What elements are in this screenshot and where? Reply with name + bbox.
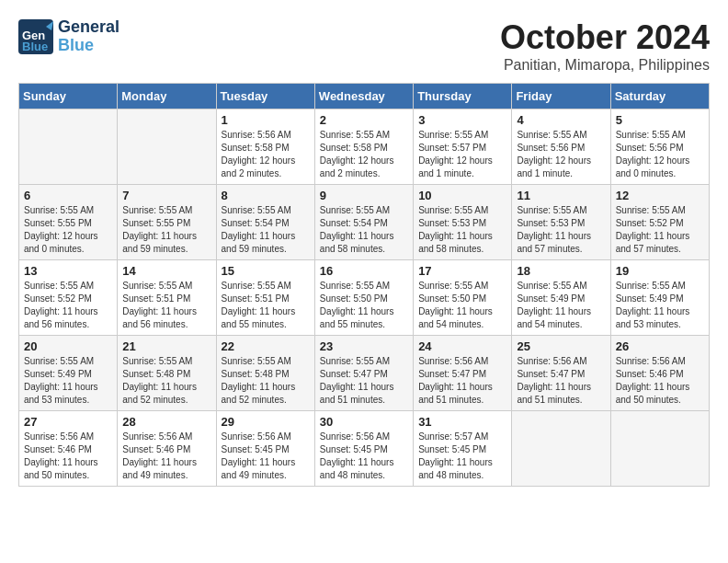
day-header-saturday: Saturday bbox=[610, 84, 709, 109]
calendar-cell: 4Sunrise: 5:55 AM Sunset: 5:56 PM Daylig… bbox=[512, 109, 610, 185]
day-info: Sunrise: 5:55 AM Sunset: 5:50 PM Dayligh… bbox=[418, 280, 506, 331]
calendar-cell bbox=[118, 109, 216, 185]
svg-text:Blue: Blue bbox=[22, 40, 48, 53]
calendar-cell: 28Sunrise: 5:56 AM Sunset: 5:46 PM Dayli… bbox=[118, 411, 216, 487]
day-info: Sunrise: 5:55 AM Sunset: 5:51 PM Dayligh… bbox=[122, 280, 210, 331]
calendar-cell bbox=[19, 109, 118, 185]
day-number: 14 bbox=[122, 264, 210, 278]
calendar-cell: 22Sunrise: 5:55 AM Sunset: 5:48 PM Dayli… bbox=[216, 336, 314, 411]
day-header-monday: Monday bbox=[118, 84, 216, 109]
calendar-cell: 13Sunrise: 5:55 AM Sunset: 5:52 PM Dayli… bbox=[19, 260, 118, 336]
calendar-cell: 21Sunrise: 5:55 AM Sunset: 5:48 PM Dayli… bbox=[118, 336, 216, 411]
day-number: 23 bbox=[320, 339, 408, 353]
calendar-header-row: SundayMondayTuesdayWednesdayThursdayFrid… bbox=[19, 84, 710, 109]
day-info: Sunrise: 5:55 AM Sunset: 5:49 PM Dayligh… bbox=[616, 280, 704, 331]
logo-text: General Blue bbox=[58, 18, 119, 55]
calendar-cell: 20Sunrise: 5:55 AM Sunset: 5:49 PM Dayli… bbox=[19, 336, 118, 411]
day-header-friday: Friday bbox=[512, 84, 610, 109]
day-number: 29 bbox=[222, 415, 310, 429]
calendar-cell: 2Sunrise: 5:55 AM Sunset: 5:58 PM Daylig… bbox=[314, 109, 413, 185]
day-number: 15 bbox=[222, 264, 310, 278]
calendar-cell: 31Sunrise: 5:57 AM Sunset: 5:45 PM Dayli… bbox=[414, 411, 512, 487]
calendar-cell: 25Sunrise: 5:56 AM Sunset: 5:47 PM Dayli… bbox=[512, 336, 610, 411]
day-number: 6 bbox=[24, 189, 112, 202]
calendar-week-0: 1Sunrise: 5:56 AM Sunset: 5:58 PM Daylig… bbox=[19, 109, 710, 185]
day-info: Sunrise: 5:55 AM Sunset: 5:54 PM Dayligh… bbox=[320, 204, 408, 256]
calendar-cell: 1Sunrise: 5:56 AM Sunset: 5:58 PM Daylig… bbox=[216, 109, 314, 185]
day-info: Sunrise: 5:55 AM Sunset: 5:48 PM Dayligh… bbox=[222, 355, 310, 407]
calendar-cell: 9Sunrise: 5:55 AM Sunset: 5:54 PM Daylig… bbox=[314, 185, 413, 260]
day-info: Sunrise: 5:55 AM Sunset: 5:53 PM Dayligh… bbox=[418, 204, 506, 256]
calendar-cell: 30Sunrise: 5:56 AM Sunset: 5:45 PM Dayli… bbox=[314, 411, 413, 487]
day-header-wednesday: Wednesday bbox=[314, 84, 413, 109]
day-header-thursday: Thursday bbox=[414, 84, 512, 109]
calendar-cell: 24Sunrise: 5:56 AM Sunset: 5:47 PM Dayli… bbox=[414, 336, 512, 411]
calendar-week-2: 13Sunrise: 5:55 AM Sunset: 5:52 PM Dayli… bbox=[19, 260, 710, 336]
day-info: Sunrise: 5:55 AM Sunset: 5:58 PM Dayligh… bbox=[320, 129, 408, 180]
day-info: Sunrise: 5:55 AM Sunset: 5:56 PM Dayligh… bbox=[517, 129, 605, 180]
calendar-cell: 7Sunrise: 5:55 AM Sunset: 5:55 PM Daylig… bbox=[118, 185, 216, 260]
day-number: 17 bbox=[418, 264, 506, 278]
day-info: Sunrise: 5:55 AM Sunset: 5:55 PM Dayligh… bbox=[122, 204, 210, 256]
calendar-cell: 10Sunrise: 5:55 AM Sunset: 5:53 PM Dayli… bbox=[414, 185, 512, 260]
day-info: Sunrise: 5:55 AM Sunset: 5:56 PM Dayligh… bbox=[616, 129, 704, 180]
day-info: Sunrise: 5:56 AM Sunset: 5:47 PM Dayligh… bbox=[418, 355, 506, 407]
day-info: Sunrise: 5:56 AM Sunset: 5:47 PM Dayligh… bbox=[517, 355, 605, 407]
calendar-cell: 12Sunrise: 5:55 AM Sunset: 5:52 PM Dayli… bbox=[610, 185, 709, 260]
day-number: 11 bbox=[517, 189, 605, 202]
day-info: Sunrise: 5:55 AM Sunset: 5:47 PM Dayligh… bbox=[320, 355, 408, 407]
day-number: 12 bbox=[616, 189, 704, 202]
day-info: Sunrise: 5:56 AM Sunset: 5:46 PM Dayligh… bbox=[616, 355, 704, 407]
calendar-cell bbox=[512, 411, 610, 487]
calendar-cell bbox=[610, 411, 709, 487]
day-info: Sunrise: 5:55 AM Sunset: 5:49 PM Dayligh… bbox=[517, 280, 605, 331]
day-number: 22 bbox=[222, 339, 310, 353]
day-info: Sunrise: 5:55 AM Sunset: 5:49 PM Dayligh… bbox=[24, 355, 112, 407]
day-number: 19 bbox=[616, 264, 704, 278]
day-number: 31 bbox=[418, 415, 506, 429]
calendar-cell: 27Sunrise: 5:56 AM Sunset: 5:46 PM Dayli… bbox=[19, 411, 118, 487]
logo-general: General bbox=[58, 18, 119, 37]
calendar-cell: 11Sunrise: 5:55 AM Sunset: 5:53 PM Dayli… bbox=[512, 185, 610, 260]
calendar-week-1: 6Sunrise: 5:55 AM Sunset: 5:55 PM Daylig… bbox=[19, 185, 710, 260]
calendar-week-4: 27Sunrise: 5:56 AM Sunset: 5:46 PM Dayli… bbox=[19, 411, 710, 487]
day-number: 3 bbox=[418, 113, 506, 127]
month-title: October 2024 bbox=[500, 18, 710, 57]
day-number: 24 bbox=[418, 339, 506, 353]
calendar-cell: 26Sunrise: 5:56 AM Sunset: 5:46 PM Dayli… bbox=[610, 336, 709, 411]
day-info: Sunrise: 5:56 AM Sunset: 5:45 PM Dayligh… bbox=[320, 431, 408, 482]
calendar-cell: 17Sunrise: 5:55 AM Sunset: 5:50 PM Dayli… bbox=[414, 260, 512, 336]
calendar-cell: 14Sunrise: 5:55 AM Sunset: 5:51 PM Dayli… bbox=[118, 260, 216, 336]
calendar-cell: 3Sunrise: 5:55 AM Sunset: 5:57 PM Daylig… bbox=[414, 109, 512, 185]
day-number: 9 bbox=[320, 189, 408, 202]
day-number: 20 bbox=[24, 339, 112, 353]
day-info: Sunrise: 5:55 AM Sunset: 5:53 PM Dayligh… bbox=[517, 204, 605, 256]
page-header: Gen Blue General Blue October 2024 Panit… bbox=[18, 18, 710, 74]
title-section: October 2024 Panitian, Mimaropa, Philipp… bbox=[500, 18, 710, 74]
day-header-tuesday: Tuesday bbox=[216, 84, 314, 109]
day-info: Sunrise: 5:56 AM Sunset: 5:46 PM Dayligh… bbox=[24, 431, 112, 482]
day-info: Sunrise: 5:55 AM Sunset: 5:55 PM Dayligh… bbox=[24, 204, 112, 256]
calendar-cell: 18Sunrise: 5:55 AM Sunset: 5:49 PM Dayli… bbox=[512, 260, 610, 336]
day-number: 1 bbox=[222, 113, 310, 127]
day-info: Sunrise: 5:56 AM Sunset: 5:58 PM Dayligh… bbox=[222, 129, 310, 180]
day-number: 16 bbox=[320, 264, 408, 278]
day-number: 4 bbox=[517, 113, 605, 127]
day-number: 13 bbox=[24, 264, 112, 278]
calendar-cell: 16Sunrise: 5:55 AM Sunset: 5:50 PM Dayli… bbox=[314, 260, 413, 336]
day-info: Sunrise: 5:55 AM Sunset: 5:48 PM Dayligh… bbox=[122, 355, 210, 407]
day-number: 2 bbox=[320, 113, 408, 127]
logo-icon: Gen Blue bbox=[18, 19, 53, 54]
day-info: Sunrise: 5:55 AM Sunset: 5:50 PM Dayligh… bbox=[320, 280, 408, 331]
logo-blue: Blue bbox=[58, 37, 119, 55]
calendar-cell: 5Sunrise: 5:55 AM Sunset: 5:56 PM Daylig… bbox=[610, 109, 709, 185]
calendar-cell: 29Sunrise: 5:56 AM Sunset: 5:45 PM Dayli… bbox=[216, 411, 314, 487]
day-info: Sunrise: 5:55 AM Sunset: 5:52 PM Dayligh… bbox=[616, 204, 704, 256]
day-number: 30 bbox=[320, 415, 408, 429]
calendar-cell: 8Sunrise: 5:55 AM Sunset: 5:54 PM Daylig… bbox=[216, 185, 314, 260]
day-number: 25 bbox=[517, 339, 605, 353]
day-number: 27 bbox=[24, 415, 112, 429]
day-number: 18 bbox=[517, 264, 605, 278]
calendar-cell: 15Sunrise: 5:55 AM Sunset: 5:51 PM Dayli… bbox=[216, 260, 314, 336]
day-number: 10 bbox=[418, 189, 506, 202]
